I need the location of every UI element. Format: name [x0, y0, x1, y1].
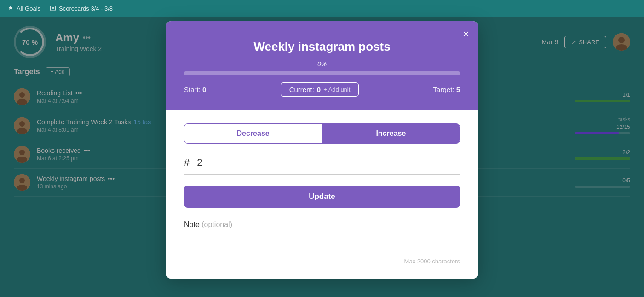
- target-value: 5: [456, 86, 460, 93]
- scorecards-nav[interactable]: Scorecards 3/4 - 3/8: [50, 5, 113, 12]
- modal-progress-bar: [184, 71, 460, 75]
- decrease-button[interactable]: Decrease: [184, 124, 322, 143]
- max-chars-label: Max 2000 characters: [184, 258, 460, 265]
- all-goals-nav[interactable]: All Goals: [7, 5, 40, 12]
- target-metric: Target: 5: [433, 86, 460, 93]
- all-goals-label: All Goals: [17, 5, 40, 12]
- current-button[interactable]: Current: 0 + Add unit: [281, 82, 359, 97]
- current-value: 0: [317, 86, 321, 93]
- note-label: Note (optional): [184, 221, 460, 229]
- start-metric: Start: 0: [184, 86, 206, 93]
- modal-percent: 0%: [184, 60, 460, 68]
- close-button[interactable]: ×: [463, 29, 469, 40]
- top-nav: All Goals Scorecards 3/4 - 3/8: [0, 0, 644, 17]
- modal-metrics: Start: 0 Current: 0 + Add unit Target: 5: [184, 82, 460, 97]
- hash-symbol: #: [184, 157, 190, 169]
- value-input[interactable]: [197, 157, 460, 169]
- scorecards-label: Scorecards 3/4 - 3/8: [59, 5, 113, 12]
- main-background: 70 % Amy ••• Training Week 2 Mar 9 ↗ SHA…: [0, 17, 644, 297]
- number-input-row: #: [184, 157, 460, 175]
- modal-body: Decrease Increase # Update Note (optiona…: [166, 110, 478, 279]
- scorecard-icon: [50, 5, 56, 12]
- note-section: Note (optional) Max 2000 characters: [184, 221, 460, 265]
- svg-rect-0: [51, 6, 56, 11]
- update-button[interactable]: Update: [184, 186, 460, 208]
- add-unit-label[interactable]: + Add unit: [323, 86, 350, 93]
- note-input[interactable]: [184, 233, 460, 253]
- trophy-icon: [7, 5, 14, 12]
- modal-header: × Weekly instagram posts 0% Start: 0 Cur…: [166, 21, 478, 110]
- modal-title: Weekly instagram posts: [184, 40, 460, 54]
- start-value: 0: [202, 86, 206, 93]
- decrease-increase-toggle: Decrease Increase: [184, 123, 460, 144]
- increase-button[interactable]: Increase: [322, 124, 460, 143]
- weekly-instagram-modal: × Weekly instagram posts 0% Start: 0 Cur…: [166, 21, 478, 279]
